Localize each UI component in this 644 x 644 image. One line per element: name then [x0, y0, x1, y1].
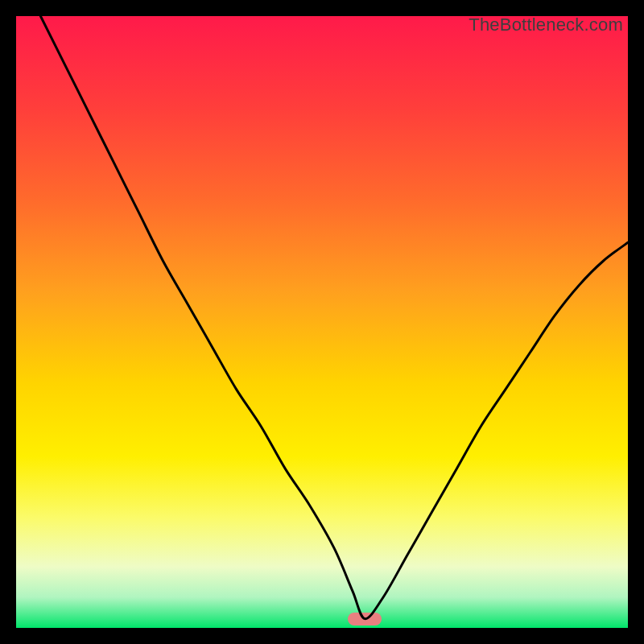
chart-frame: TheBottleneck.com: [16, 16, 628, 628]
bottleneck-curve: [16, 16, 628, 628]
plot-area: TheBottleneck.com: [16, 16, 628, 628]
watermark-label: TheBottleneck.com: [469, 16, 623, 35]
